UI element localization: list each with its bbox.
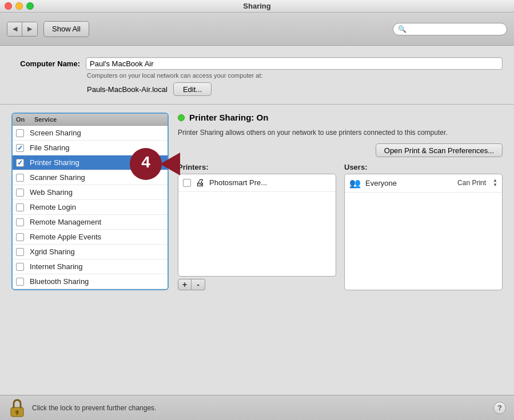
printer-checkbox[interactable] [183, 179, 191, 187]
service-item[interactable]: Web Sharing [13, 185, 168, 200]
service-checkbox[interactable] [16, 129, 24, 137]
service-item[interactable]: File Sharing [13, 141, 168, 155]
list-item: 🖨 Photosmart Pre... [178, 174, 336, 192]
show-all-button[interactable]: Show All [43, 21, 89, 37]
back-button[interactable]: ◀ [7, 22, 22, 36]
printer-sharing-header: Printer Sharing: On [178, 113, 503, 122]
bottom-bar: Click the lock to prevent further change… [0, 395, 514, 420]
service-name: File Sharing [30, 143, 69, 152]
permission-stepper[interactable]: ▲ ▼ [493, 178, 497, 187]
service-item[interactable]: Xgrid Sharing [13, 245, 168, 259]
service-name: Printer Sharing [30, 158, 79, 167]
service-item[interactable]: Screen Sharing [13, 126, 168, 141]
printers-label: Printers: [178, 163, 336, 171]
service-checkbox[interactable] [16, 159, 24, 167]
toolbar: ◀ ▶ Show All 🔍 [0, 13, 514, 46]
service-checkbox[interactable] [16, 248, 24, 256]
services-list: On Service Screen SharingFile SharingPri… [11, 113, 169, 290]
nav-buttons: ◀ ▶ [7, 22, 38, 37]
printers-col: Printers: 🖨 Photosmart Pre... + - [178, 163, 336, 290]
computer-name-subtext-line1: Computers on your local network can acce… [11, 72, 503, 79]
service-name: Screen Sharing [30, 129, 81, 137]
service-checkbox[interactable] [16, 189, 24, 197]
service-name: Web Sharing [30, 188, 73, 197]
svg-rect-5 [17, 412, 18, 415]
add-remove-row: + - [178, 279, 336, 290]
header-service: Service [34, 116, 57, 123]
lock-icon[interactable] [8, 399, 26, 417]
maximize-button[interactable] [26, 2, 34, 10]
service-name: Remote Apple Events [30, 233, 101, 241]
printers-users-row: Printers: 🖨 Photosmart Pre... + - [178, 163, 503, 290]
computer-name-row: Computer Name: [11, 57, 503, 70]
user-permission: Can Print [457, 179, 486, 187]
main-content: Computer Name: Computers on your local n… [0, 46, 514, 395]
users-group-icon: 👥 [349, 178, 361, 189]
printers-list: 🖨 Photosmart Pre... [178, 174, 336, 277]
service-name: Internet Sharing [30, 262, 83, 271]
header-on: On [16, 116, 34, 123]
users-label: Users: [344, 163, 503, 171]
service-name: Remote Login [30, 203, 76, 211]
forward-button[interactable]: ▶ [22, 22, 37, 36]
service-item[interactable]: Remote Login [13, 200, 168, 215]
printer-sharing-title: Printer Sharing: On [189, 113, 268, 122]
detail-panel: Printer Sharing: On Printer Sharing allo… [178, 113, 503, 290]
open-prefs-button[interactable]: Open Print & Scan Preferences... [376, 143, 503, 157]
service-item[interactable]: Internet Sharing [13, 259, 168, 274]
service-name: Remote Management [30, 218, 101, 226]
computer-name-section: Computer Name: Computers on your local n… [11, 57, 503, 96]
service-item[interactable]: Remote Apple Events [13, 230, 168, 245]
search-box[interactable]: 🔍 [393, 23, 507, 35]
service-item[interactable]: Remote Management [13, 215, 168, 230]
status-dot [178, 114, 185, 121]
close-button[interactable] [5, 2, 12, 10]
printer-name: Photosmart Pre... [209, 178, 267, 187]
printer-sharing-desc: Printer Sharing allows others on your ne… [178, 128, 475, 138]
service-checkbox[interactable] [16, 278, 24, 286]
printer-icon: 🖨 [196, 178, 205, 188]
service-checkbox[interactable] [16, 233, 24, 241]
service-item[interactable]: Bluetooth Sharing [13, 274, 168, 289]
list-item: 👥 Everyone Can Print ▲ ▼ [345, 174, 502, 193]
users-list: 👥 Everyone Can Print ▲ ▼ [344, 174, 503, 290]
service-checkbox[interactable] [16, 203, 24, 211]
service-item[interactable]: Scanner Sharing [13, 170, 168, 185]
minimize-button[interactable] [15, 2, 23, 10]
service-name: Xgrid Sharing [30, 247, 75, 256]
user-name: Everyone [365, 179, 453, 187]
bottom-section: On Service Screen SharingFile SharingPri… [11, 113, 503, 290]
remove-printer-button[interactable]: - [192, 279, 205, 290]
service-name: Bluetooth Sharing [30, 277, 89, 286]
service-checkbox[interactable] [16, 144, 24, 152]
lock-text: Click the lock to prevent further change… [32, 404, 156, 412]
service-checkbox[interactable] [16, 263, 24, 271]
window-title: Sharing [243, 2, 270, 10]
titlebar-buttons [5, 2, 34, 10]
service-item[interactable]: Printer Sharing [13, 155, 168, 170]
edit-row: Pauls-MacBook-Air.local Edit... [11, 82, 503, 96]
add-printer-button[interactable]: + [178, 279, 192, 290]
service-checkbox[interactable] [16, 174, 24, 182]
computer-name-input[interactable] [86, 57, 503, 70]
help-button[interactable]: ? [493, 402, 506, 414]
service-name: Scanner Sharing [30, 173, 85, 182]
section-divider [0, 104, 514, 105]
search-icon: 🔍 [398, 25, 407, 33]
service-checkbox[interactable] [16, 218, 24, 226]
users-col: Users: 👥 Everyone Can Print ▲ ▼ [344, 163, 503, 290]
computer-name-local: Pauls-MacBook-Air.local [87, 85, 168, 94]
bottom-section-wrapper: On Service Screen SharingFile SharingPri… [11, 113, 503, 383]
computer-name-label: Computer Name: [11, 59, 80, 68]
services-items-container: Screen SharingFile SharingPrinter Sharin… [13, 126, 168, 289]
edit-button[interactable]: Edit... [173, 82, 212, 96]
services-header: On Service [13, 114, 168, 126]
titlebar: Sharing [0, 0, 514, 13]
